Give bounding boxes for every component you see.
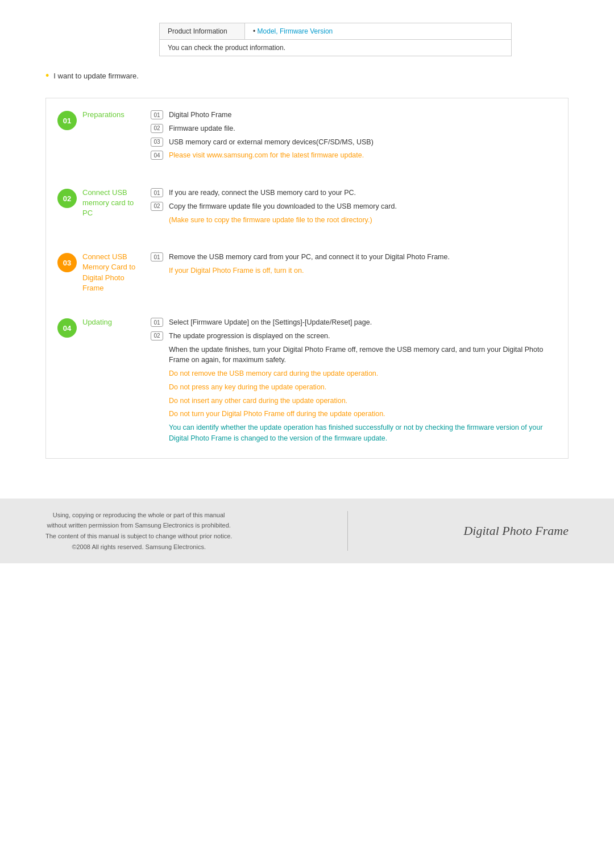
sub-step-4-1: 01Select [Firmware Update] on the [Setti… <box>151 317 557 328</box>
step-title-col-2: Connect USB memory card to PC <box>82 188 145 219</box>
steps-container: 01Preparations01Digital Photo Frame02Fir… <box>45 98 569 459</box>
step-title-2: Connect USB memory card to PC <box>82 188 145 219</box>
sub-step-text-3-1: Remove the USB memory card from your PC,… <box>169 252 450 263</box>
step-title-col-1: Preparations <box>82 110 145 120</box>
sub-steps-col-2: 01If you are ready, connect the USB memo… <box>151 188 557 228</box>
sub-step-text-4-7: Do not turn your Digital Photo Frame off… <box>169 409 385 420</box>
product-link[interactable]: Model, Firmware Version <box>258 27 333 35</box>
sub-step-3-1: 01Remove the USB memory card from your P… <box>151 252 557 263</box>
step-badge-4: 04 <box>57 318 77 338</box>
sub-step-text-4-1: Select [Firmware Update] on the [Setting… <box>169 317 372 328</box>
intro-bullet: I want to update firmware. <box>45 70 569 82</box>
step-title-col-3: Connect USB Memory Card to Digital Photo… <box>82 252 145 293</box>
sub-step-badge-1-1: 01 <box>151 110 163 119</box>
sub-step-4-3: When the update finishes, turn your Digi… <box>151 344 557 366</box>
sub-step-text-2-2: Copy the firmware update file you downlo… <box>169 201 397 212</box>
sub-step-badge-2-2: 02 <box>151 202 163 211</box>
step-row-3: 03Connect USB Memory Card to Digital Pho… <box>57 252 557 293</box>
product-info: You can check the product information. <box>160 40 512 56</box>
product-table: Product Information • Model, Firmware Ve… <box>159 23 512 56</box>
footer-brand: Digital Photo Frame <box>463 524 569 538</box>
sub-step-badge-2-1: 01 <box>151 188 163 197</box>
sub-step-text-4-2: The update progression is displayed on t… <box>169 331 330 342</box>
sub-step-4-7: Do not turn your Digital Photo Frame off… <box>151 409 557 420</box>
sub-step-text-1-2: Firmware update file. <box>169 123 235 134</box>
sub-step-badge-1-2: 02 <box>151 124 163 133</box>
sub-step-text-2-3: (Make sure to copy the firmware update f… <box>169 215 372 226</box>
sub-step-text-1-4: Please visit www.samsung.com for the lat… <box>169 150 364 161</box>
sub-step-badge-4-2: 02 <box>151 331 163 340</box>
step-badge-3: 03 <box>57 253 77 272</box>
step-title-4: Updating <box>82 317 145 327</box>
sub-steps-col-4: 01Select [Firmware Update] on the [Setti… <box>151 317 557 447</box>
sub-step-4-2: 02The update progression is displayed on… <box>151 331 557 342</box>
sub-step-text-4-4: Do not remove the USB memory card during… <box>169 368 378 379</box>
footer: Using, copying or reproducing the whole … <box>0 499 614 564</box>
sub-step-badge-4-1: 01 <box>151 318 163 327</box>
sub-step-text-4-5: Do not press any key during the update o… <box>169 382 326 393</box>
bullet-prefix: • <box>253 27 258 35</box>
sub-step-badge-1-3: 03 <box>151 138 163 147</box>
sub-step-text-1-3: USB memory card or external memory devic… <box>169 137 374 148</box>
footer-legal: Using, copying or reproducing the whole … <box>45 510 232 553</box>
step-row-2: 02Connect USB memory card to PC01If you … <box>57 188 557 228</box>
product-content: • Model, Firmware Version <box>245 23 512 40</box>
sub-step-text-2-1: If you are ready, connect the USB memory… <box>169 188 356 198</box>
step-row-1: 01Preparations01Digital Photo Frame02Fir… <box>57 110 557 164</box>
intro-text: I want to update firmware. <box>53 72 139 80</box>
sub-step-2-3: (Make sure to copy the firmware update f… <box>151 215 557 226</box>
sub-step-text-4-6: Do not insert any other card during the … <box>169 396 347 406</box>
sub-step-badge-1-4: 04 <box>151 151 163 160</box>
sub-step-4-5: Do not press any key during the update o… <box>151 382 557 393</box>
sub-step-2-1: 01If you are ready, connect the USB memo… <box>151 188 557 198</box>
sub-step-text-1-1: Digital Photo Frame <box>169 110 231 121</box>
step-row-4: 04Updating01Select [Firmware Update] on … <box>57 317 557 447</box>
sub-step-1-2: 02Firmware update file. <box>151 123 557 134</box>
sub-steps-col-3: 01Remove the USB memory card from your P… <box>151 252 557 279</box>
sub-step-1-4: 04Please visit www.samsung.com for the l… <box>151 150 557 161</box>
product-label: Product Information <box>160 23 245 40</box>
sub-step-1-1: 01Digital Photo Frame <box>151 110 557 121</box>
step-title-3: Connect USB Memory Card to Digital Photo… <box>82 252 145 293</box>
sub-step-2-2: 02Copy the firmware update file you down… <box>151 201 557 212</box>
sub-step-4-8: You can identify whether the update oper… <box>151 422 557 444</box>
sub-steps-col-1: 01Digital Photo Frame02Firmware update f… <box>151 110 557 164</box>
sub-step-text-3-2: If your Digital Photo Frame is off, turn… <box>169 265 304 276</box>
sub-step-4-6: Do not insert any other card during the … <box>151 396 557 406</box>
sub-step-3-2: If your Digital Photo Frame is off, turn… <box>151 265 557 276</box>
step-title-1: Preparations <box>82 110 145 120</box>
sub-step-text-4-3: When the update finishes, turn your Digi… <box>169 344 557 366</box>
sub-step-badge-3-1: 01 <box>151 252 163 261</box>
footer-divider <box>347 511 348 551</box>
sub-step-text-4-8: You can identify whether the update oper… <box>169 422 557 444</box>
sub-step-1-3: 03USB memory card or external memory dev… <box>151 137 557 148</box>
step-badge-1: 01 <box>57 111 77 130</box>
sub-step-4-4: Do not remove the USB memory card during… <box>151 368 557 379</box>
step-title-col-4: Updating <box>82 317 145 327</box>
step-badge-2: 02 <box>57 189 77 208</box>
